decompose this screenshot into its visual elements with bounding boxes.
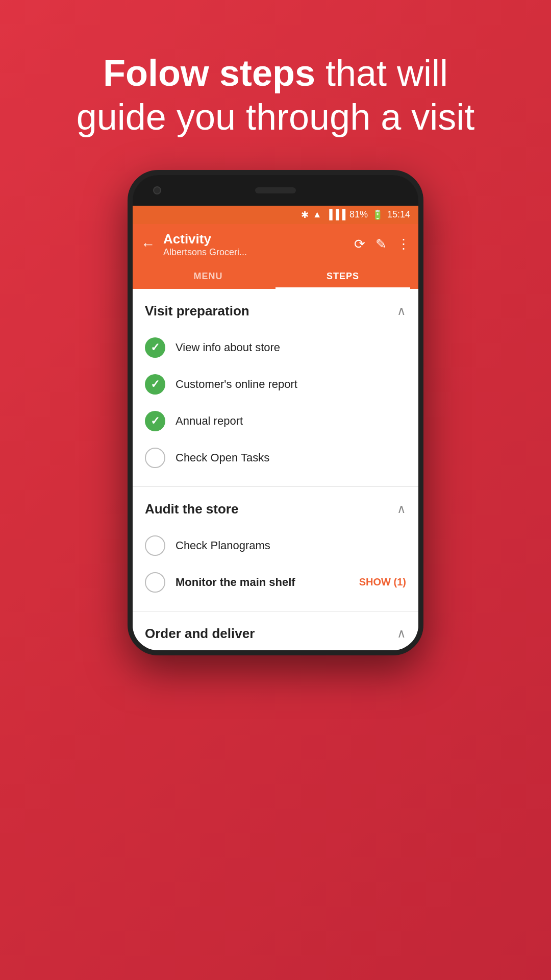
history-icon[interactable]: ⟳ <box>354 236 365 252</box>
app-subtitle: Albertsons Groceri... <box>163 247 247 258</box>
item-label: Monitor the main shelf <box>176 576 349 589</box>
item-label: Check Open Tasks <box>176 451 406 464</box>
phone-camera <box>153 186 161 194</box>
chevron-up-icon: ∧ <box>397 304 406 318</box>
checkmark-icon: ✓ <box>151 378 160 391</box>
more-icon[interactable]: ⋮ <box>397 236 410 252</box>
checkmark-icon: ✓ <box>151 414 160 428</box>
item-label: Check Planograms <box>176 539 406 552</box>
visit-preparation-items: ✓ View info about store ✓ Customer's onl… <box>133 329 418 486</box>
section-visit-preparation-header[interactable]: Visit preparation ∧ <box>133 289 418 329</box>
list-item[interactable]: Check Open Tasks <box>145 439 406 476</box>
check-circle-unchecked <box>145 448 165 468</box>
section-visit-preparation: Visit preparation ∧ ✓ View info about st… <box>133 289 418 487</box>
edit-icon[interactable]: ✎ <box>375 236 387 252</box>
headline: Folow steps that willguide you through a… <box>0 0 551 170</box>
app-bar-tabs: MENU STEPS <box>141 264 410 289</box>
check-circle-checked: ✓ <box>145 374 165 395</box>
content: Visit preparation ∧ ✓ View info about st… <box>133 289 418 650</box>
chevron-up-icon: ∧ <box>397 626 406 641</box>
tab-menu[interactable]: MENU <box>141 264 276 289</box>
list-item[interactable]: ✓ View info about store <box>145 329 406 366</box>
list-item[interactable]: ✓ Customer's online report <box>145 366 406 403</box>
item-label: Annual report <box>176 414 406 428</box>
audit-store-items: Check Planograms Monitor the main shelf … <box>133 527 418 611</box>
phone-speaker <box>255 187 296 193</box>
phone-frame: ✱ ▲ ▐▐▐ 81% 🔋 15:14 ← Activity Albertson… <box>128 170 423 655</box>
back-button[interactable]: ← <box>141 236 155 253</box>
battery-text: 81% <box>349 209 368 220</box>
show-badge[interactable]: SHOW (1) <box>359 576 406 588</box>
app-bar: ← Activity Albertsons Groceri... ⟳ ✎ ⋮ M… <box>133 224 418 289</box>
phone-screen: ✱ ▲ ▐▐▐ 81% 🔋 15:14 ← Activity Albertson… <box>133 206 418 650</box>
item-label: View info about store <box>176 341 406 354</box>
phone-top-bar <box>133 175 418 206</box>
list-item[interactable]: Check Planograms <box>145 527 406 564</box>
item-label: Customer's online report <box>176 378 406 391</box>
app-title: Activity <box>163 231 247 247</box>
checkmark-icon: ✓ <box>151 341 160 354</box>
check-circle-checked: ✓ <box>145 337 165 358</box>
wifi-icon: ▲ <box>313 209 322 220</box>
app-bar-actions: ⟳ ✎ ⋮ <box>354 236 410 252</box>
app-bar-title: Activity Albertsons Groceri... <box>163 231 247 258</box>
chevron-up-icon: ∧ <box>397 502 406 516</box>
app-bar-left: ← Activity Albertsons Groceri... <box>141 231 247 258</box>
section-audit-store-title: Audit the store <box>145 501 238 517</box>
status-icons: ✱ ▲ ▐▐▐ 81% 🔋 15:14 <box>301 209 410 220</box>
bluetooth-icon: ✱ <box>301 209 309 220</box>
section-visit-preparation-title: Visit preparation <box>145 303 249 319</box>
check-circle-unchecked <box>145 535 165 556</box>
tab-steps[interactable]: STEPS <box>276 264 410 289</box>
headline-bold: Folow steps <box>103 53 315 93</box>
time-text: 15:14 <box>387 209 410 220</box>
phone-wrapper: ✱ ▲ ▐▐▐ 81% 🔋 15:14 ← Activity Albertson… <box>0 170 551 980</box>
check-circle-unchecked <box>145 572 165 593</box>
section-order-deliver-title: Order and deliver <box>145 626 255 642</box>
signal-icon: ▐▐▐ <box>326 209 345 220</box>
section-audit-store: Audit the store ∧ Check Planograms Monit… <box>133 487 418 611</box>
section-order-deliver-header[interactable]: Order and deliver ∧ <box>133 611 418 650</box>
list-item[interactable]: Monitor the main shelf SHOW (1) <box>145 564 406 601</box>
status-bar: ✱ ▲ ▐▐▐ 81% 🔋 15:14 <box>133 206 418 224</box>
section-audit-store-header[interactable]: Audit the store ∧ <box>133 487 418 527</box>
check-circle-checked: ✓ <box>145 411 165 431</box>
list-item[interactable]: ✓ Annual report <box>145 403 406 439</box>
app-bar-top: ← Activity Albertsons Groceri... ⟳ ✎ ⋮ <box>141 231 410 258</box>
battery-icon: 🔋 <box>372 209 383 220</box>
section-order-deliver: Order and deliver ∧ <box>133 611 418 650</box>
